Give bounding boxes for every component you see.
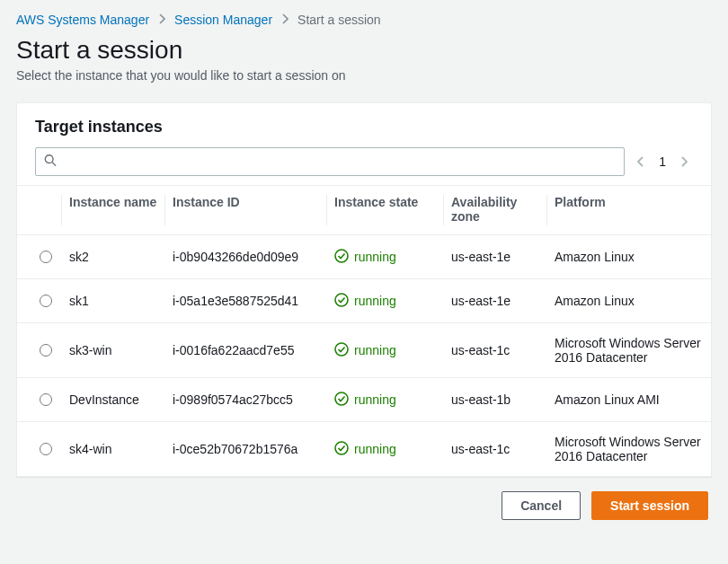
instances-table: Instance name Instance ID Instance state…: [17, 185, 711, 476]
cell-instance-id: i-05a1e3e5887525d41: [165, 279, 327, 323]
check-circle-icon: [334, 342, 349, 359]
cell-instance-id: i-0ce52b70672b1576a: [165, 422, 327, 477]
page-number: 1: [659, 154, 666, 169]
status-badge: running: [334, 392, 396, 409]
instance-radio[interactable]: [40, 344, 52, 357]
check-circle-icon: [334, 392, 349, 409]
svg-point-3: [335, 294, 348, 306]
target-instances-panel: Target instances 1: [16, 102, 712, 477]
status-badge: running: [334, 249, 396, 266]
chevron-right-icon: [158, 13, 165, 27]
svg-point-4: [335, 343, 348, 356]
breadcrumb: AWS Systems Manager Session Manager Star…: [16, 13, 712, 27]
cell-availability-zone: us-east-1c: [444, 422, 547, 477]
search-input[interactable]: [35, 147, 625, 176]
page-subtitle: Select the instance that you would like …: [16, 68, 712, 83]
table-row: sk1i-05a1e3e5887525d41runningus-east-1eA…: [17, 279, 711, 323]
column-platform[interactable]: Platform: [547, 186, 711, 235]
cell-availability-zone: us-east-1e: [444, 235, 547, 279]
column-instance-name[interactable]: Instance name: [62, 186, 165, 235]
page-next-button[interactable]: [677, 152, 693, 172]
column-availability-zone[interactable]: Availability zone: [444, 186, 547, 235]
cell-platform: Microsoft Windows Server 2016 Datacenter: [547, 422, 711, 477]
pagination: 1: [632, 152, 693, 172]
column-select: [17, 186, 62, 235]
cell-platform: Amazon Linux: [547, 279, 711, 323]
cancel-button[interactable]: Cancel: [502, 491, 581, 520]
cell-instance-state: running: [354, 294, 396, 308]
chevron-right-icon: [281, 13, 289, 27]
column-instance-id[interactable]: Instance ID: [165, 186, 327, 235]
cell-instance-state: running: [354, 392, 396, 407]
instance-radio[interactable]: [40, 295, 52, 307]
instance-radio[interactable]: [40, 443, 52, 455]
cell-availability-zone: us-east-1e: [444, 279, 547, 323]
start-session-button[interactable]: Start session: [591, 491, 708, 520]
cell-instance-name: sk1: [62, 279, 165, 323]
cell-instance-id: i-0b9043266de0d09e9: [165, 235, 327, 279]
panel-title: Target instances: [17, 103, 711, 147]
status-badge: running: [334, 441, 396, 458]
cell-availability-zone: us-east-1b: [444, 378, 547, 422]
cell-platform: Microsoft Windows Server 2016 Datacenter: [547, 323, 711, 378]
check-circle-icon: [334, 249, 349, 266]
breadcrumb-current: Start a session: [297, 13, 381, 27]
status-badge: running: [334, 342, 396, 359]
cell-instance-name: sk2: [62, 235, 165, 279]
svg-point-2: [335, 250, 348, 262]
svg-point-6: [335, 442, 348, 454]
table-row: sk4-wini-0ce52b70672b1576arunningus-east…: [17, 422, 711, 477]
check-circle-icon: [334, 441, 349, 458]
cell-instance-id: i-0989f0574ac27bcc5: [165, 378, 327, 422]
table-row: DevInstancei-0989f0574ac27bcc5runningus-…: [17, 378, 711, 422]
svg-point-5: [335, 392, 348, 405]
instance-radio[interactable]: [40, 251, 52, 263]
page-prev-button[interactable]: [632, 152, 648, 172]
cell-instance-state: running: [354, 250, 396, 264]
breadcrumb-link-session-manager[interactable]: Session Manager: [174, 13, 272, 27]
cell-instance-id: i-0016fa622aacd7e55: [165, 323, 327, 378]
check-circle-icon: [334, 293, 349, 310]
page-title: Start a session: [16, 36, 712, 65]
status-badge: running: [334, 293, 396, 310]
cell-platform: Amazon Linux AMI: [547, 378, 711, 422]
cell-instance-state: running: [354, 343, 396, 357]
cell-instance-state: running: [354, 442, 396, 456]
table-row: sk3-wini-0016fa622aacd7e55runningus-east…: [17, 323, 711, 378]
cell-instance-name: sk4-win: [62, 422, 165, 477]
table-row: sk2i-0b9043266de0d09e9runningus-east-1eA…: [17, 235, 711, 279]
instance-radio[interactable]: [40, 393, 52, 406]
breadcrumb-link-systems-manager[interactable]: AWS Systems Manager: [16, 13, 149, 27]
cell-platform: Amazon Linux: [547, 235, 711, 279]
cell-availability-zone: us-east-1c: [444, 323, 547, 378]
cell-instance-name: sk3-win: [62, 323, 165, 378]
cell-instance-name: DevInstance: [62, 378, 165, 422]
column-instance-state[interactable]: Instance state: [327, 186, 444, 235]
